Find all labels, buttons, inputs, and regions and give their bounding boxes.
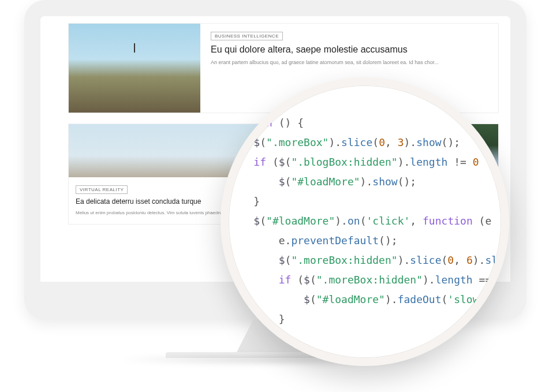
code-number: 0 bbox=[379, 136, 385, 148]
magnifier-lens: unction () { $(".moreBox").slice(0, 3).s… bbox=[221, 77, 509, 366]
code-text: (e bbox=[473, 215, 492, 227]
featured-desc: An erant partem albucius quo, ad graece … bbox=[211, 59, 490, 66]
code-text: } bbox=[229, 195, 260, 207]
code-prop: length bbox=[410, 156, 447, 168]
code-snippet: unction () { $(".moreBox").slice(0, 3).s… bbox=[229, 113, 504, 349]
code-method: slice bbox=[341, 136, 372, 148]
code-method: sli bbox=[485, 254, 504, 266]
code-number: 0 bbox=[447, 254, 454, 266]
code-method: on bbox=[348, 215, 360, 227]
code-number: 6 bbox=[466, 254, 473, 266]
code-method: preventDefault bbox=[291, 234, 379, 247]
code-text: () { bbox=[272, 117, 304, 129]
code-string: 'click' bbox=[366, 215, 410, 227]
code-string: ".moreBox:hidden" bbox=[316, 274, 423, 286]
code-op: != bbox=[447, 156, 472, 168]
featured-image bbox=[69, 24, 200, 113]
code-string: ".blogBox:hidden" bbox=[291, 156, 397, 168]
code-string: ".moreBox" bbox=[266, 136, 328, 148]
code-string: 'slow' bbox=[447, 293, 485, 305]
code-obj: e bbox=[279, 234, 285, 247]
category-tag[interactable]: BUSINESS INTELLIGENCE bbox=[211, 32, 283, 40]
featured-title[interactable]: Eu qui dolore altera, saepe molestie acc… bbox=[211, 44, 490, 55]
code-method: show bbox=[372, 176, 397, 188]
code-jquery: $ bbox=[253, 215, 260, 227]
code-string: "#loadMore" bbox=[291, 176, 360, 188]
code-jquery: $ bbox=[279, 254, 285, 266]
code-jquery: $ bbox=[304, 293, 310, 305]
code-method: show bbox=[416, 136, 441, 148]
code-string: "#loadMore" bbox=[316, 293, 385, 305]
code-jquery: $ bbox=[279, 156, 285, 168]
code-jquery: $ bbox=[253, 136, 260, 148]
code-keyword: if bbox=[253, 156, 266, 168]
code-method: fadeOut bbox=[398, 293, 442, 305]
code-string: "#loadMore" bbox=[266, 215, 335, 227]
code-op: == bbox=[473, 274, 498, 286]
code-jquery: $ bbox=[279, 176, 285, 188]
category-tag[interactable]: VIRTUAL REALITY bbox=[76, 185, 128, 194]
code-string: ".moreBox:hidden" bbox=[291, 254, 397, 266]
code-number: 3 bbox=[398, 136, 404, 148]
code-number: 0 bbox=[473, 156, 479, 168]
code-keyword: function bbox=[423, 215, 473, 227]
code-keyword: if bbox=[279, 274, 292, 286]
code-method: slice bbox=[410, 254, 441, 266]
code-jquery: $ bbox=[304, 274, 310, 286]
code-prop: length bbox=[435, 274, 473, 286]
